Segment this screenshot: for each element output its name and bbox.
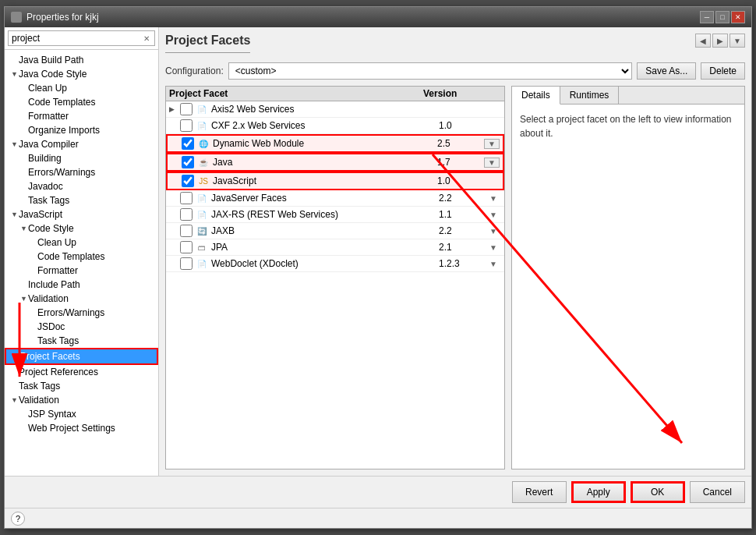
row-icon: 🌐 — [197, 137, 210, 150]
sidebar-item-label: Java Code Style — [19, 69, 87, 80]
config-label: Configuration: — [165, 66, 224, 76]
row-version: 1.2.3 — [439, 258, 486, 269]
sidebar-item-jsp-syntax[interactable]: JSP Syntax — [5, 407, 158, 421]
row-icon: 📄 — [196, 103, 208, 115]
row-dropdown-button[interactable]: ▼ — [486, 243, 501, 252]
row-version: 1.0 — [439, 120, 486, 131]
facets-table: Project Facet Version ▶ 📄 Axis2 Web Serv… — [165, 86, 505, 469]
help-button[interactable]: ? — [11, 512, 25, 526]
sidebar-item-formatter-1[interactable]: Formatter — [5, 109, 158, 123]
back-button[interactable]: ◀ — [695, 34, 711, 48]
sidebar-item-validation-2[interactable]: ▼ Validation — [5, 393, 158, 407]
sidebar-item-label: Formatter — [28, 111, 69, 122]
sidebar-item-label: Project References — [19, 367, 98, 377]
sidebar-item-project-references[interactable]: Project References — [5, 365, 158, 379]
row-label: JavaScript — [213, 175, 437, 186]
delete-button[interactable]: Delete — [701, 62, 745, 80]
sidebar-item-label: Validation — [19, 395, 59, 406]
sidebar-item-javadoc[interactable]: Javadoc — [5, 179, 158, 193]
config-combo[interactable]: <custom> — [228, 62, 633, 80]
revert-button[interactable]: Revert — [512, 481, 567, 503]
row-label: JPA — [211, 242, 439, 253]
forward-button[interactable]: ▶ — [712, 34, 728, 48]
sidebar-item-label: Java Compiler — [19, 139, 79, 150]
bottom-buttons: Revert Apply OK Cancel — [5, 476, 751, 508]
row-dropdown-button[interactable]: ▼ — [486, 227, 501, 236]
table-row[interactable]: 📄 CXF 2.x Web Services 1.0 — [166, 118, 504, 134]
sidebar-item-label: Java Build Path — [19, 55, 83, 66]
sidebar-item-js-code-style[interactable]: ▼ Code Style — [5, 221, 158, 236]
table-row[interactable]: 📄 JavaServer Faces 2.2 ▼ — [166, 190, 504, 207]
title-bar: Properties for kjkj ─ □ ✕ — [5, 7, 751, 27]
sidebar-item-task-tags-1[interactable]: Task Tags — [5, 193, 158, 207]
sidebar-item-organize-imports[interactable]: Organize Imports — [5, 123, 158, 137]
minimize-button[interactable]: ─ — [700, 11, 714, 23]
sidebar-item-validation[interactable]: ▼ Validation — [5, 292, 158, 306]
table-row[interactable]: 📄 WebDoclet (XDoclet) 1.2.3 ▼ — [166, 256, 504, 272]
row-checkbox[interactable] — [182, 175, 194, 187]
table-row[interactable]: ▶ 📄 Axis2 Web Services — [166, 101, 504, 118]
sidebar-item-jsdoc[interactable]: JSDoc — [5, 320, 158, 334]
table-row[interactable]: 🔄 JAXB 2.2 ▼ — [166, 223, 504, 239]
nav-dropdown-button[interactable]: ▼ — [730, 34, 745, 48]
sidebar-item-include-path[interactable]: Include Path — [5, 278, 158, 292]
sidebar-item-javascript[interactable]: ▼ JavaScript — [5, 207, 158, 221]
row-version: 2.5 — [437, 138, 484, 149]
sidebar-item-label: Clean Up — [28, 83, 67, 94]
table-row[interactable]: 🗃 JPA 2.1 ▼ — [166, 239, 504, 256]
sidebar-item-code-templates-1[interactable]: Code Templates — [5, 95, 158, 109]
row-checkbox[interactable] — [182, 137, 194, 150]
save-as-button[interactable]: Save As... — [637, 62, 696, 80]
sidebar-item-task-tags-2[interactable]: Task Tags — [5, 334, 158, 348]
table-header: Project Facet Version — [166, 87, 504, 101]
sidebar-item-label: Organize Imports — [28, 125, 100, 136]
sidebar-item-formatter-2[interactable]: Formatter — [5, 264, 158, 278]
sidebar-item-errors-warnings-2[interactable]: Errors/Warnings — [5, 306, 158, 320]
apply-button[interactable]: Apply — [571, 481, 626, 503]
cancel-button[interactable]: Cancel — [690, 481, 745, 503]
sidebar-item-clean-up-2[interactable]: Clean Up — [5, 236, 158, 250]
row-icon: 📄 — [196, 119, 208, 132]
sidebar-item-project-facets[interactable]: Project Facets — [5, 348, 158, 365]
row-checkbox[interactable] — [182, 156, 194, 168]
sidebar-item-java-build-path[interactable]: Java Build Path — [5, 53, 158, 67]
row-dropdown-button[interactable]: ▼ — [486, 194, 501, 203]
table-row-javascript[interactable]: JS JavaScript 1.0 — [166, 172, 504, 190]
row-checkbox[interactable] — [180, 103, 193, 115]
row-checkbox[interactable] — [180, 119, 193, 132]
sidebar: ✕ Java Build Path ▼ Java Code Style — [5, 27, 159, 476]
sidebar-item-java-compiler[interactable]: ▼ Java Compiler — [5, 137, 158, 151]
row-version: 1.1 — [439, 209, 486, 220]
table-row-dynamic-web[interactable]: 🌐 Dynamic Web Module 2.5 ▼ — [166, 134, 504, 153]
sidebar-item-code-templates-2[interactable]: Code Templates — [5, 250, 158, 264]
sidebar-item-clean-up-1[interactable]: Clean Up — [5, 81, 158, 95]
row-dropdown-button[interactable]: ▼ — [486, 260, 501, 268]
row-icon: 🔄 — [196, 225, 208, 237]
search-input[interactable] — [12, 33, 142, 44]
sidebar-item-web-project-settings[interactable]: Web Project Settings — [5, 421, 158, 435]
table-row[interactable]: 📄 JAX-RS (REST Web Services) 1.1 ▼ — [166, 207, 504, 223]
row-checkbox[interactable] — [180, 225, 193, 237]
row-label: Dynamic Web Module — [213, 138, 437, 149]
sidebar-item-errors-warnings-1[interactable]: Errors/Warnings — [5, 165, 158, 179]
sidebar-item-java-code-style[interactable]: ▼ Java Code Style — [5, 67, 158, 81]
row-checkbox[interactable] — [180, 241, 193, 253]
sidebar-item-building[interactable]: Building — [5, 151, 158, 165]
row-dropdown-button[interactable]: ▼ — [486, 211, 501, 219]
ok-button[interactable]: OK — [631, 481, 685, 503]
col-version-header: Version — [423, 88, 486, 99]
tab-details[interactable]: Details — [512, 87, 560, 105]
row-checkbox[interactable] — [180, 192, 193, 204]
row-dropdown-button[interactable]: ▼ — [484, 158, 500, 168]
table-row-java[interactable]: ☕ Java 1.7 ▼ — [166, 153, 504, 172]
search-clear-button[interactable]: ✕ — [142, 34, 151, 43]
close-button[interactable]: ✕ — [731, 11, 745, 23]
tab-runtimes[interactable]: Runtimes — [560, 87, 620, 104]
row-checkbox[interactable] — [180, 257, 193, 270]
row-checkbox[interactable] — [180, 208, 193, 221]
row-icon: ☕ — [197, 156, 210, 168]
row-dropdown-button[interactable]: ▼ — [484, 139, 500, 149]
status-bar: ? — [5, 508, 751, 528]
sidebar-item-task-tags-3[interactable]: Task Tags — [5, 379, 158, 393]
maximize-button[interactable]: □ — [715, 11, 730, 23]
